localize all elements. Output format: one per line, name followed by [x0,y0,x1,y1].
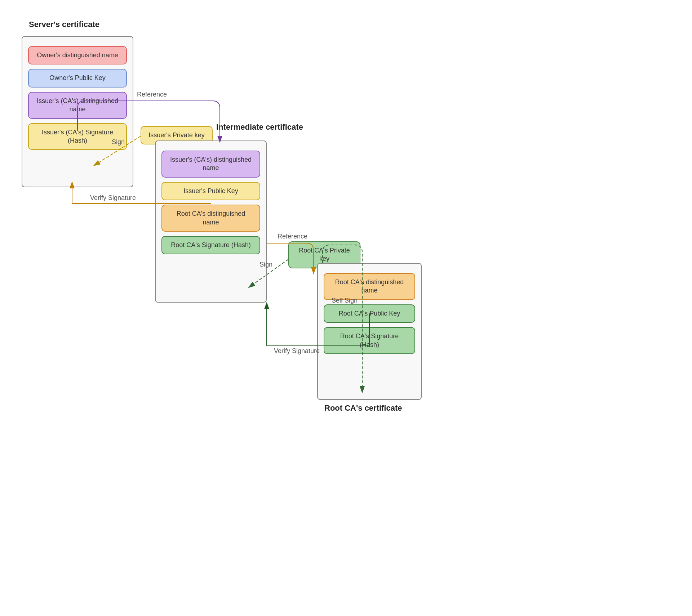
root-cert-box: Root CA's distinguished name Root CA's P… [317,263,422,400]
root-dn-field: Root CA's distinguished name [324,273,415,300]
root-sig-field: Root CA's Signature (Hash) [324,327,415,354]
owner-pk-field: Owner's Public Key [28,69,127,87]
diagram-container: Server's certificate Owner's distinguish… [0,0,692,616]
issuer-sig-field: Issuer's (CA's) Signature (Hash) [28,123,127,150]
root-ca-dn-field: Root CA's distinguished name [161,205,260,232]
verify-sig-label-1: Verify Signature [90,194,136,201]
issuer-pk-field: Issuer's Public Key [161,182,260,200]
root-pk-field: Root CA's Public Key [324,304,415,323]
intermediate-cert-title: Intermediate certificate [216,122,303,132]
reference-label-1: Reference [137,91,167,98]
issuer-ca-dn-field: Issuer's (CA's) distinguished name [161,151,260,178]
issuer-dn-field: Issuer's (CA's) distinguished name [28,92,127,119]
server-cert-title: Server's certificate [29,20,99,29]
server-cert-box: Owner's distinguished name Owner's Publi… [22,36,133,187]
intermediate-cert-box: Issuer's (CA's) distinguished name Issue… [155,140,267,303]
owner-dn-field: Owner's distinguished name [28,46,127,64]
root-ca-sig-field: Root CA's Signature (Hash) [161,236,260,254]
reference-label-2: Reference [278,233,307,240]
verify-sig-label-2: Verify Signature [274,347,320,354]
root-cert-title: Root CA's certificate [324,403,402,413]
